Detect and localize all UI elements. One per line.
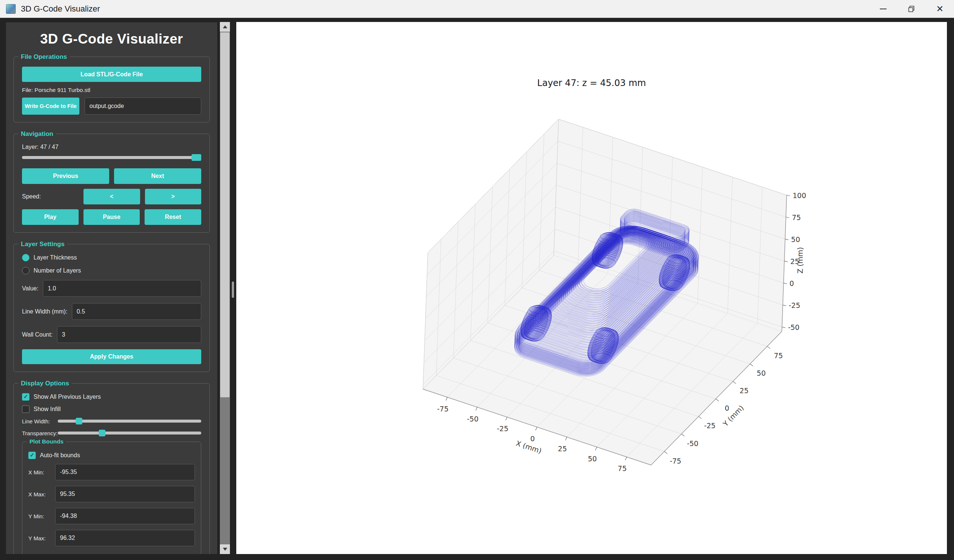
svg-text:X (mm): X (mm) (515, 439, 542, 455)
write-gcode-button[interactable]: Write G-Code to File (22, 98, 80, 115)
show-infill-label: Show Infill (34, 406, 61, 412)
radio-number-of-layers[interactable]: Number of Layers (22, 267, 201, 274)
radio-layer-thickness[interactable]: Layer Thickness (22, 254, 201, 261)
y-max-input[interactable] (55, 530, 195, 546)
svg-text:-25: -25 (789, 301, 800, 310)
display-line-width-label: Line Width: (22, 418, 58, 425)
prev-next-row: Previous Next (22, 168, 201, 184)
scroll-down-button[interactable] (220, 544, 230, 554)
wall-count-field-row: Wall Count: (22, 326, 201, 343)
wall-count-input[interactable] (57, 326, 201, 343)
autofit-bounds-checkbox[interactable] (28, 452, 36, 459)
line-width-label: Line Width (mm): (22, 308, 67, 315)
splitter-handle[interactable] (232, 282, 234, 298)
svg-text:25: 25 (558, 445, 567, 453)
group-display-options: Display Options Show All Previous Layers… (13, 383, 210, 554)
sidebar-heading: 3D G-Code Visualizer (13, 31, 210, 47)
svg-text:-25: -25 (704, 422, 716, 430)
x-min-input[interactable] (55, 464, 195, 480)
apply-changes-button[interactable]: Apply Changes (22, 349, 201, 364)
arrow-down-icon (223, 548, 227, 551)
plot-canvas[interactable]: -75-50-250255075-75-50-250255075-50-2502… (236, 22, 947, 554)
x-min-label: X Min: (28, 469, 51, 476)
radio-layer-thickness-label: Layer Thickness (34, 254, 77, 261)
next-layer-button[interactable]: Next (114, 168, 201, 184)
maximize-button[interactable] (897, 0, 926, 17)
plot-area: Layer 47: z = 45.03 mm -75-50-250255075-… (236, 22, 947, 554)
group-navigation-label: Navigation (18, 130, 56, 138)
sidebar-scrollbar[interactable] (220, 22, 230, 554)
show-infill-checkbox-row[interactable]: Show Infill (22, 406, 201, 413)
svg-text:50: 50 (757, 369, 766, 377)
app-window: { "window": { "title": "3D G-Code Visual… (0, 0, 954, 560)
show-previous-layers-checkbox[interactable] (22, 393, 30, 401)
transparency-slider-groove (58, 432, 201, 434)
window-title: 3D G-Code Visualizer (21, 4, 100, 14)
write-gcode-row: Write G-Code to File (22, 98, 201, 115)
restore-icon (908, 5, 915, 12)
x-min-row: X Min: (28, 464, 195, 480)
group-plot-bounds: Plot Bounds Auto-fit bounds X Min: X Max… (22, 442, 201, 554)
value-label: Value: (22, 285, 38, 292)
transparency-slider[interactable] (58, 430, 201, 436)
arrow-up-icon (223, 25, 227, 28)
svg-text:-25: -25 (497, 425, 508, 432)
show-infill-checkbox[interactable] (22, 406, 30, 413)
x-max-row: X Max: (28, 486, 195, 502)
group-layer-settings-label: Layer Settings (18, 241, 67, 248)
output-filename-input[interactable] (84, 98, 201, 115)
group-display-options-label: Display Options (18, 380, 72, 387)
group-file-operations: File Operations Load STL/G-Code File Fil… (13, 57, 210, 123)
x-max-input[interactable] (55, 486, 195, 502)
scroll-up-button[interactable] (220, 22, 230, 32)
pause-button[interactable]: Pause (83, 209, 140, 225)
line-width-input[interactable] (72, 303, 201, 320)
line-width-slider[interactable] (58, 418, 201, 425)
layer-slider-handle[interactable] (192, 154, 201, 161)
svg-text:75: 75 (792, 213, 801, 222)
group-plot-bounds-label: Plot Bounds (27, 438, 66, 445)
x-max-label: X Max: (28, 491, 51, 498)
svg-text:Z (mm): Z (mm) (796, 247, 804, 274)
transparency-slider-handle[interactable] (99, 430, 106, 436)
layer-slider[interactable] (22, 154, 201, 161)
y-min-input[interactable] (55, 508, 195, 524)
svg-text:75: 75 (774, 352, 783, 360)
load-file-button[interactable]: Load STL/G-Code File (22, 67, 201, 82)
y-max-row: Y Max: (28, 530, 195, 546)
speed-up-button[interactable]: > (145, 189, 202, 204)
autofit-bounds-label: Auto-fit bounds (40, 452, 80, 459)
line-width-slider-handle[interactable] (76, 418, 83, 425)
minimize-button[interactable] (869, 0, 897, 17)
reset-button[interactable]: Reset (145, 209, 201, 225)
close-button[interactable]: ✕ (926, 0, 954, 17)
radio-number-of-layers-label: Number of Layers (34, 268, 81, 274)
svg-text:0: 0 (725, 404, 729, 412)
group-layer-settings: Layer Settings Layer Thickness Number of… (13, 244, 210, 372)
line-width-slider-row: Line Width: (22, 418, 201, 425)
app-icon (6, 4, 16, 14)
speed-label: Speed: (22, 193, 79, 200)
show-previous-layers-checkbox-row[interactable]: Show All Previous Layers (22, 393, 201, 401)
svg-text:75: 75 (618, 464, 627, 473)
play-button[interactable]: Play (22, 209, 79, 225)
group-file-operations-label: File Operations (18, 53, 70, 61)
radio-number-of-layers-indicator[interactable] (22, 267, 30, 274)
show-previous-layers-label: Show All Previous Layers (34, 394, 101, 400)
svg-text:50: 50 (588, 455, 597, 463)
close-icon: ✕ (936, 5, 943, 13)
svg-text:-50: -50 (687, 439, 698, 448)
autofit-bounds-checkbox-row[interactable]: Auto-fit bounds (28, 452, 195, 459)
speed-down-button[interactable]: < (83, 189, 140, 204)
speed-row: Speed: < > (22, 189, 201, 204)
scrollbar-thumb[interactable] (220, 33, 229, 397)
radio-layer-thickness-indicator[interactable] (22, 254, 30, 261)
value-input[interactable] (43, 280, 201, 297)
svg-text:-50: -50 (467, 415, 479, 423)
y-min-row: Y Min: (28, 508, 195, 524)
svg-text:-75: -75 (670, 457, 681, 465)
transparency-slider-row: Transparency: (22, 430, 201, 436)
playback-row: Play Pause Reset (22, 209, 201, 225)
previous-layer-button[interactable]: Previous (22, 168, 109, 184)
sidebar-panel: 3D G-Code Visualizer File Operations Loa… (6, 22, 217, 554)
